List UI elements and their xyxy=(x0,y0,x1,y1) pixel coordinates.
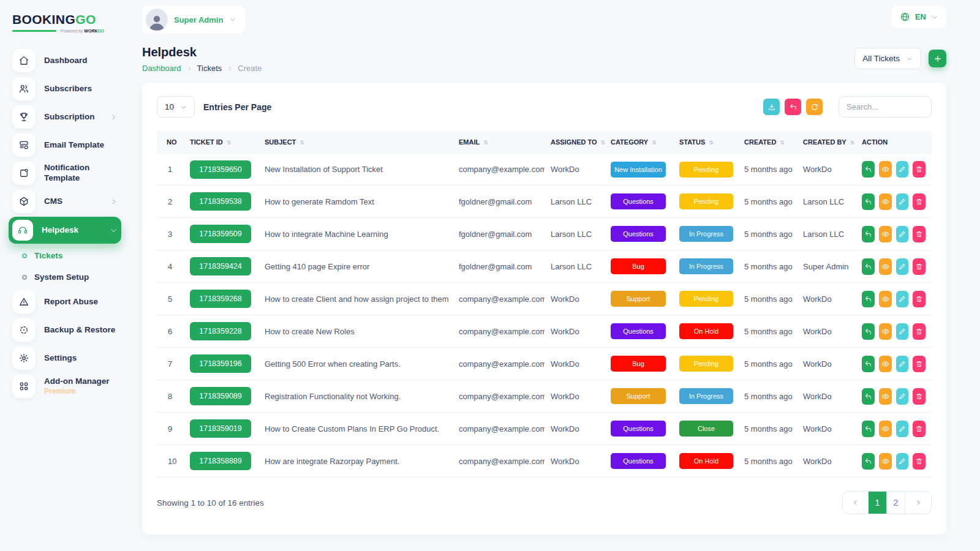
delete-button[interactable] xyxy=(913,226,925,242)
delete-button[interactable] xyxy=(913,323,925,340)
category-badge: New Installation xyxy=(611,162,666,178)
view-button[interactable] xyxy=(879,356,892,372)
sidebar-item-subscription[interactable]: Subscription xyxy=(9,103,121,131)
app-root: BOOKINGGO Powered by WORKDO Dashboard Su… xyxy=(0,0,980,551)
sidebar-item-dashboard[interactable]: Dashboard xyxy=(9,47,121,75)
sidebar-item-addon-manager[interactable]: Add-on ManagerPremium xyxy=(9,372,121,400)
edit-button[interactable] xyxy=(896,453,909,470)
column-header-ticket id[interactable]: TICKET ID⇅ xyxy=(184,131,258,153)
entries-per-page-value: 10 xyxy=(165,102,174,111)
sort-icon[interactable]: ⇅ xyxy=(227,140,231,146)
table-row: 3 1718359509 How to integrate Machine Le… xyxy=(157,218,932,250)
edit-button[interactable] xyxy=(896,226,909,242)
view-button[interactable] xyxy=(879,421,892,437)
previous-page-button[interactable] xyxy=(843,492,869,514)
sort-icon[interactable]: ⇅ xyxy=(780,140,784,146)
column-header-created[interactable]: CREATED⇅ xyxy=(738,131,797,153)
delete-button[interactable] xyxy=(913,258,925,275)
reply-button[interactable] xyxy=(862,291,875,307)
search-input[interactable] xyxy=(839,96,932,118)
ticket-filter-select[interactable]: All Tickets xyxy=(854,48,921,69)
view-button[interactable] xyxy=(879,226,892,242)
sort-icon[interactable]: ⇅ xyxy=(709,140,713,146)
alert-triangle-icon xyxy=(12,290,36,313)
view-button[interactable] xyxy=(879,291,892,307)
status-badge: On Hold xyxy=(679,453,733,469)
view-button[interactable] xyxy=(879,258,892,275)
delete-button[interactable] xyxy=(913,161,925,178)
cell-email: company@example.com xyxy=(453,413,545,445)
view-button[interactable] xyxy=(879,453,892,470)
reply-button[interactable] xyxy=(862,323,875,340)
sidebar-item-helpdesk[interactable]: Helpdesk xyxy=(9,217,121,244)
reply-button[interactable] xyxy=(862,258,875,275)
delete-button[interactable] xyxy=(913,453,925,470)
column-header-subject[interactable]: SUBJECT⇅ xyxy=(258,131,453,153)
sidebar-item-settings[interactable]: Settings xyxy=(9,344,121,372)
view-button[interactable] xyxy=(879,388,892,405)
language-selector[interactable]: EN xyxy=(892,6,946,28)
status-badge: On Hold xyxy=(679,323,733,339)
column-header-email[interactable]: EMAIL⇅ xyxy=(453,131,545,153)
reply-button[interactable] xyxy=(862,421,875,437)
column-header-assigned to[interactable]: ASSIGNED TO⇅ xyxy=(545,131,605,153)
sidebar-item-report-abuse[interactable]: Report Abuse xyxy=(9,288,121,316)
sort-icon[interactable]: ⇅ xyxy=(300,140,304,146)
brand-logo[interactable]: BOOKINGGO Powered by WORKDO xyxy=(9,9,121,42)
edit-button[interactable] xyxy=(896,356,909,372)
user-menu[interactable]: Super Admin xyxy=(142,6,245,34)
sidebar-item-email-template[interactable]: Email Template xyxy=(9,131,121,159)
export-button[interactable] xyxy=(763,99,780,115)
sidebar-item-subscribers[interactable]: Subscribers xyxy=(9,75,121,103)
reply-button[interactable] xyxy=(862,356,875,372)
delete-button[interactable] xyxy=(913,421,925,437)
sort-icon[interactable]: ⇅ xyxy=(850,140,854,146)
refresh-button[interactable] xyxy=(806,99,823,115)
next-page-button[interactable] xyxy=(905,492,931,514)
column-header-created by[interactable]: CREATED BY⇅ xyxy=(797,131,856,153)
sidebar-item-label: Notification Template xyxy=(44,163,118,184)
column-header-status[interactable]: STATUS⇅ xyxy=(673,131,738,153)
reply-button[interactable] xyxy=(862,161,875,178)
column-header-category[interactable]: CATEGORY⇅ xyxy=(605,131,673,153)
sidebar-item-backup-restore[interactable]: Backup & Restore xyxy=(9,316,121,344)
delete-button[interactable] xyxy=(913,356,925,372)
chevron-right-icon xyxy=(227,66,233,72)
edit-button[interactable] xyxy=(896,258,909,275)
view-button[interactable] xyxy=(879,161,892,178)
edit-button[interactable] xyxy=(896,421,909,437)
edit-button[interactable] xyxy=(896,323,909,340)
reply-button[interactable] xyxy=(862,193,875,210)
delete-button[interactable] xyxy=(913,193,925,210)
sidebar-subitem-system-setup[interactable]: System Setup xyxy=(9,266,121,288)
target-icon xyxy=(12,318,36,342)
sort-icon[interactable]: ⇅ xyxy=(652,140,656,146)
cell-subject: How to create New Roles xyxy=(258,315,453,348)
reply-button[interactable] xyxy=(862,388,875,405)
add-ticket-button[interactable] xyxy=(929,50,946,67)
edit-button[interactable] xyxy=(896,193,909,210)
sidebar-item-notification-template[interactable]: Notification Template xyxy=(9,159,121,187)
breadcrumb-tickets[interactable]: Tickets xyxy=(197,64,222,73)
sidebar-subitem-tickets[interactable]: Tickets xyxy=(9,245,121,266)
reply-button[interactable] xyxy=(862,453,875,470)
edit-button[interactable] xyxy=(896,291,909,307)
breadcrumb-dashboard[interactable]: Dashboard xyxy=(142,64,181,73)
page-number-2[interactable]: 2 xyxy=(887,492,905,514)
edit-button[interactable] xyxy=(896,161,909,178)
sidebar-item-cms[interactable]: CMS xyxy=(9,187,121,216)
refresh-icon xyxy=(810,103,819,111)
entries-per-page-select[interactable]: 10 xyxy=(157,96,195,118)
edit-button[interactable] xyxy=(896,388,909,405)
delete-button[interactable] xyxy=(913,388,925,405)
sort-icon[interactable]: ⇅ xyxy=(483,140,488,146)
page-number-1[interactable]: 1 xyxy=(869,492,887,514)
category-badge: Bug xyxy=(611,356,666,372)
cell-email: company@example.com xyxy=(453,283,545,315)
view-button[interactable] xyxy=(879,193,892,210)
delete-button[interactable] xyxy=(913,291,925,307)
sort-icon[interactable]: ⇅ xyxy=(601,140,605,146)
reset-button[interactable] xyxy=(785,99,801,115)
reply-button[interactable] xyxy=(862,226,875,242)
view-button[interactable] xyxy=(879,323,892,340)
